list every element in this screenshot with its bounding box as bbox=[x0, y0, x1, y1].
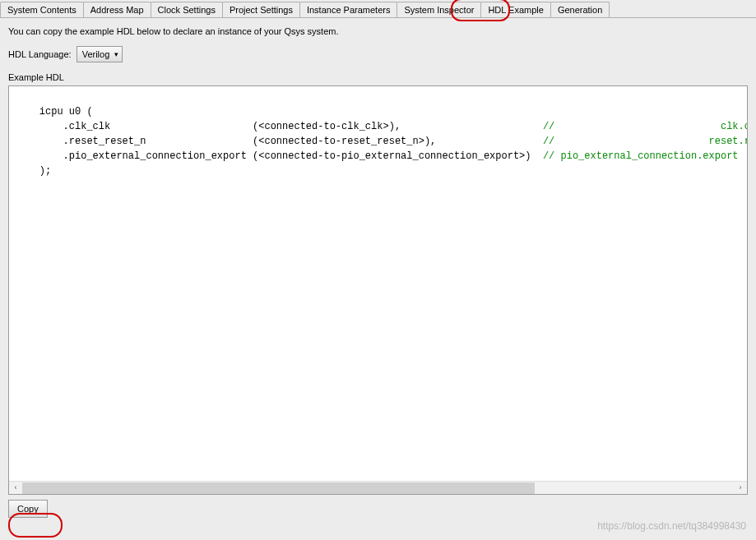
language-row: HDL Language: Verilog ▾ bbox=[8, 46, 748, 62]
example-hdl-label: Example HDL bbox=[8, 72, 748, 82]
scroll-track[interactable] bbox=[22, 482, 734, 494]
code-line: .pio_external_connection_export (<connec… bbox=[16, 150, 739, 162]
code-content: icpu u0 ( .clk_clk (<connected-to-clk_cl… bbox=[9, 86, 748, 196]
language-value: Verilog bbox=[82, 49, 110, 59]
tab-bar: System Contents Address Map Clock Settin… bbox=[0, 0, 756, 18]
language-label: HDL Language: bbox=[8, 49, 72, 59]
tab-hdl-example[interactable]: HDL Example bbox=[480, 2, 550, 17]
tab-generation[interactable]: Generation bbox=[550, 2, 610, 17]
copy-row: Copy bbox=[8, 500, 748, 518]
code-box[interactable]: icpu u0 ( .clk_clk (<connected-to-clk_cl… bbox=[8, 85, 748, 495]
tab-system-inspector[interactable]: System Inspector bbox=[397, 2, 481, 17]
code-line: .clk_clk (<connected-to-clk_clk>), // cl… bbox=[16, 121, 748, 132]
tab-clock-settings[interactable]: Clock Settings bbox=[151, 2, 223, 17]
code-line: .reset_reset_n (<connected-to-reset_rese… bbox=[16, 136, 748, 147]
info-text: You can copy the example HDL below to de… bbox=[8, 26, 748, 36]
tab-content: You can copy the example HDL below to de… bbox=[0, 18, 756, 526]
code-line: ); bbox=[16, 165, 51, 177]
copy-button[interactable]: Copy bbox=[8, 500, 48, 518]
scroll-thumb[interactable] bbox=[22, 482, 535, 494]
scroll-left-icon[interactable]: ‹ bbox=[9, 482, 22, 495]
horizontal-scrollbar[interactable]: ‹ › bbox=[9, 481, 747, 494]
tab-project-settings[interactable]: Project Settings bbox=[222, 2, 300, 17]
chevron-down-icon: ▾ bbox=[114, 50, 118, 58]
code-line: icpu u0 ( bbox=[16, 106, 93, 118]
scroll-right-icon[interactable]: › bbox=[734, 482, 747, 495]
tab-system-contents[interactable]: System Contents bbox=[0, 2, 84, 17]
tab-instance-parameters[interactable]: Instance Parameters bbox=[299, 2, 398, 17]
tab-address-map[interactable]: Address Map bbox=[83, 2, 151, 17]
language-select[interactable]: Verilog ▾ bbox=[77, 46, 123, 62]
